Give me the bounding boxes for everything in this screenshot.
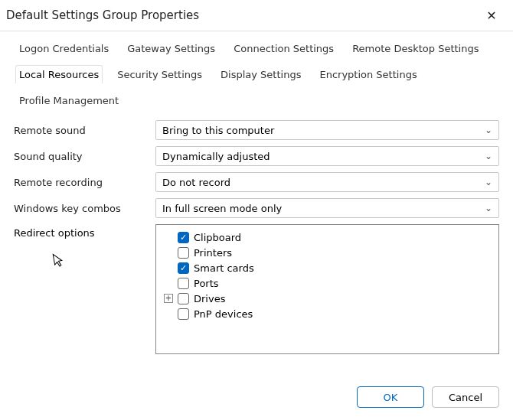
tab-remote-desktop-settings[interactable]: Remote Desktop Settings: [348, 39, 482, 57]
chevron-down-icon: ⌄: [485, 151, 492, 161]
chevron-down-icon: ⌄: [485, 203, 492, 213]
combo-sound-quality[interactable]: Dynamically adjusted ⌄: [155, 146, 499, 166]
cancel-button[interactable]: Cancel: [432, 386, 499, 408]
titlebar: Default Settings Group Properties ✕: [0, 0, 513, 31]
combo-remote-sound-value: Bring to this computer: [162, 125, 274, 136]
tab-bar: Logon Credentials Gateway Settings Conne…: [14, 39, 499, 109]
combo-sound-quality-value: Dynamically adjusted: [162, 151, 270, 162]
checkbox-clipboard[interactable]: ✓: [178, 232, 189, 243]
window-title: Default Settings Group Properties: [6, 8, 199, 22]
tree-item-printers[interactable]: Printers: [178, 245, 492, 260]
checkbox-pnp-devices[interactable]: [178, 308, 189, 320]
tree-label: Ports: [194, 278, 219, 289]
expand-icon[interactable]: +: [164, 294, 173, 303]
form-area: Remote sound Bring to this computer ⌄ So…: [14, 120, 499, 376]
tree-item-smart-cards[interactable]: ✓ Smart cards: [178, 260, 492, 275]
row-sound-quality: Sound quality Dynamically adjusted ⌄: [14, 146, 499, 166]
tree-label: Drives: [194, 293, 225, 304]
combo-windows-key[interactable]: In full screen mode only ⌄: [155, 198, 499, 218]
checkbox-smart-cards[interactable]: ✓: [178, 262, 189, 274]
tree-item-drives[interactable]: + Drives: [178, 291, 492, 306]
row-redirect-options: Redirect options ✓ Clipboard Printers ✓ …: [14, 224, 499, 354]
dialog-footer: OK Cancel: [0, 376, 513, 420]
label-windows-key: Windows key combos: [14, 203, 155, 214]
tree-item-clipboard[interactable]: ✓ Clipboard: [178, 230, 492, 245]
content-area: Logon Credentials Gateway Settings Conne…: [0, 31, 513, 376]
label-redirect-options: Redirect options: [14, 224, 155, 354]
row-windows-key: Windows key combos In full screen mode o…: [14, 198, 499, 218]
row-remote-sound: Remote sound Bring to this computer ⌄: [14, 120, 499, 140]
close-button[interactable]: ✕: [479, 5, 504, 26]
tab-security-settings[interactable]: Security Settings: [113, 65, 206, 83]
tree-label: PnP devices: [194, 308, 253, 320]
combo-remote-recording-value: Do not record: [162, 177, 230, 188]
tree-item-ports[interactable]: Ports: [178, 275, 492, 291]
tree-label: Printers: [194, 247, 232, 259]
label-remote-recording: Remote recording: [14, 177, 155, 188]
tab-connection-settings[interactable]: Connection Settings: [230, 39, 338, 57]
combo-remote-sound[interactable]: Bring to this computer ⌄: [155, 120, 499, 140]
chevron-down-icon: ⌄: [485, 177, 492, 187]
label-remote-sound: Remote sound: [14, 125, 155, 136]
ok-button[interactable]: OK: [357, 386, 424, 408]
tree-label: Smart cards: [194, 262, 254, 274]
tree-item-pnp-devices[interactable]: PnP devices: [178, 306, 492, 321]
tree-label: Clipboard: [194, 232, 241, 243]
tab-encryption-settings[interactable]: Encryption Settings: [315, 65, 420, 83]
combo-remote-recording[interactable]: Do not record ⌄: [155, 172, 499, 192]
label-sound-quality: Sound quality: [14, 151, 155, 162]
tab-display-settings[interactable]: Display Settings: [217, 65, 305, 83]
checkbox-drives[interactable]: [178, 293, 189, 304]
row-remote-recording: Remote recording Do not record ⌄: [14, 172, 499, 192]
close-icon: ✕: [486, 8, 496, 23]
dialog-window: Default Settings Group Properties ✕ Logo…: [0, 0, 513, 420]
redirect-tree: ✓ Clipboard Printers ✓ Smart cards Ports: [155, 224, 499, 354]
checkbox-ports[interactable]: [178, 278, 189, 289]
tab-gateway-settings[interactable]: Gateway Settings: [123, 39, 219, 57]
tab-logon-credentials[interactable]: Logon Credentials: [15, 39, 113, 57]
checkbox-printers[interactable]: [178, 247, 189, 259]
tab-profile-management[interactable]: Profile Management: [15, 91, 123, 109]
tab-local-resources[interactable]: Local Resources: [15, 65, 103, 83]
chevron-down-icon: ⌄: [485, 125, 492, 135]
combo-windows-key-value: In full screen mode only: [162, 203, 282, 214]
